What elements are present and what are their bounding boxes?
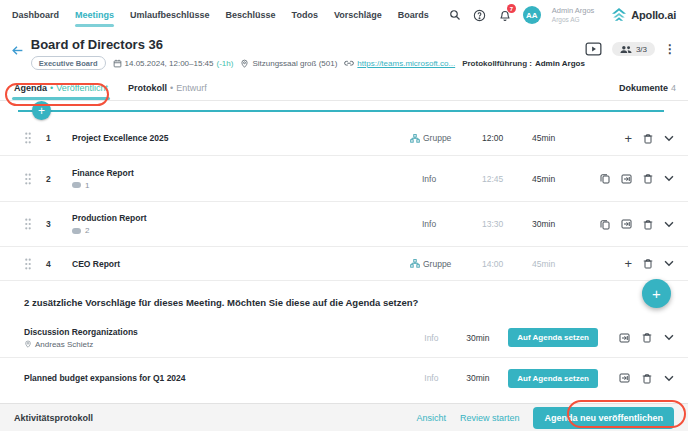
copy-icon[interactable] [600, 219, 610, 230]
help-icon[interactable] [473, 8, 487, 22]
item-duration: 45min [532, 133, 582, 143]
nav-boards[interactable]: Boards [398, 0, 429, 30]
proposal-title[interactable]: Planned budget expansions for Q1 2024 [24, 373, 424, 383]
search-icon[interactable] [448, 8, 462, 22]
proposals-heading: 2 zusätzliche Vorschläge für dieses Meet… [0, 281, 688, 318]
chevron-down-icon[interactable] [664, 175, 674, 182]
drag-handle-icon[interactable] [24, 132, 32, 144]
start-review-link[interactable]: Review starten [460, 413, 520, 423]
brand: Apollo.ai [611, 8, 676, 22]
move-to-icon[interactable] [621, 174, 632, 184]
tab-agenda[interactable]: Agenda • Veröffentlicht [12, 83, 110, 100]
brand-name: Apollo.ai [631, 9, 676, 21]
apollo-logo-icon [611, 8, 627, 22]
agenda-row-4: 4 CEO Report Gruppe 14:00 45min + [0, 247, 688, 281]
agenda-row-3: 3 Production Report 2 Info 13:30 30min [0, 202, 688, 247]
delete-icon[interactable] [643, 133, 653, 144]
item-time: 12:45 [482, 174, 532, 184]
move-to-icon[interactable] [621, 219, 632, 229]
user-name: Admin Argos [552, 7, 595, 16]
attendees-pill[interactable]: 3/3 [612, 42, 655, 56]
documents-count: 4 [671, 83, 676, 93]
nav-umlaufbeschluesse[interactable]: Umlaufbeschlüsse [130, 0, 210, 30]
link-icon [344, 59, 354, 67]
status-dot: • [50, 83, 53, 93]
present-video-icon[interactable] [585, 41, 603, 57]
chevron-down-icon[interactable] [664, 260, 674, 267]
user-info[interactable]: Admin Argos Argos AG [552, 7, 595, 23]
move-to-icon[interactable] [619, 333, 630, 343]
add-agenda-item-fab[interactable]: + [642, 279, 671, 308]
item-title[interactable]: CEO Report [72, 259, 410, 269]
add-subitem-icon[interactable]: + [624, 132, 632, 145]
item-type: Info [410, 219, 482, 229]
item-duration: 45min [532, 259, 582, 269]
proposal-title[interactable]: Discussion Reorganizations [24, 327, 424, 337]
item-time: 12:00 [482, 133, 532, 143]
meeting-link[interactable]: https://teams.microsoft.co... [344, 59, 455, 68]
protokoll-status: Entwurf [176, 83, 207, 93]
delete-icon[interactable] [642, 373, 652, 384]
copy-icon[interactable] [600, 173, 610, 184]
avatar[interactable]: AA [523, 6, 541, 24]
item-type: Gruppe [410, 259, 482, 269]
item-title[interactable]: Project Excellence 2025 [72, 133, 410, 143]
add-to-agenda-button[interactable]: Auf Agenda setzen [508, 328, 598, 347]
drag-handle-icon[interactable] [24, 218, 32, 230]
meeting-location: Sitzungssaal groß (501) [240, 59, 337, 68]
people-icon [620, 45, 632, 54]
attachment-icon [72, 228, 81, 234]
delete-icon[interactable] [643, 219, 653, 230]
nav-todos[interactable]: Todos [292, 0, 318, 30]
top-navbar: Dashboard Meetings Umlaufbeschlüsse Besc… [0, 0, 688, 30]
page-title: Board of Directors 36 [31, 37, 585, 52]
bottom-action-bar: Aktivitätsprotokoll Ansicht Review start… [0, 403, 688, 431]
location-pin-icon [240, 59, 249, 68]
add-subitem-icon[interactable]: + [624, 257, 632, 270]
proposal-row-1: Discussion Reorganizations Andreas Schie… [0, 318, 688, 358]
chevron-down-icon[interactable] [664, 334, 674, 341]
republish-agenda-button[interactable]: Agenda neu veröffentlichen [533, 407, 674, 429]
view-link[interactable]: Ansicht [416, 413, 446, 423]
proposal-row-2: Planned budget expansions for Q1 2024 In… [0, 358, 688, 396]
drag-handle-icon[interactable] [24, 173, 32, 185]
nav-vorschlaege[interactable]: Vorschläge [334, 0, 382, 30]
move-to-icon[interactable] [619, 373, 630, 383]
meeting-app: Dashboard Meetings Umlaufbeschlüsse Besc… [0, 0, 688, 431]
notifications-bell-icon[interactable]: 7 [498, 8, 512, 22]
tab-dokumente[interactable]: Dokumente 4 [619, 83, 676, 100]
delete-icon[interactable] [642, 332, 652, 343]
item-title[interactable]: Production Report [72, 213, 410, 223]
meeting-datetime: 14.05.2024, 12:00–15:45 (-1h) [113, 59, 234, 68]
proposal-author: Andreas Schietz [24, 340, 424, 349]
back-arrow-icon[interactable] [10, 41, 25, 59]
activity-log-link[interactable]: Aktivitätsprotokoll [14, 413, 93, 423]
item-time: 13:30 [482, 219, 532, 229]
protokoll-info: Protokollführung : Admin Argos [462, 59, 585, 68]
drag-handle-icon[interactable] [24, 258, 32, 270]
kebab-menu-icon[interactable]: ⋮ [664, 43, 676, 55]
delete-icon[interactable] [643, 173, 653, 184]
nav-dashboard[interactable]: Dashboard [12, 0, 59, 30]
attachment-count[interactable]: 2 [72, 226, 410, 235]
calendar-icon [113, 59, 122, 68]
delete-icon[interactable] [643, 258, 653, 269]
attachment-count[interactable]: 1 [72, 181, 410, 190]
chevron-down-icon[interactable] [664, 221, 674, 228]
proposal-type: Info [424, 333, 466, 343]
agenda-list: + 1 Project Excellence 2025 Gruppe 12:00… [0, 101, 688, 396]
insert-item-button[interactable]: + [32, 101, 51, 120]
user-org: Argos AG [552, 16, 595, 23]
timezone-offset: (-1h) [217, 59, 234, 68]
chevron-down-icon[interactable] [664, 375, 674, 382]
main-nav: Dashboard Meetings Umlaufbeschlüsse Besc… [12, 0, 429, 30]
chevron-down-icon[interactable] [664, 135, 674, 142]
tab-protokoll[interactable]: Protokoll • Entwurf [126, 83, 209, 100]
nav-beschluesse[interactable]: Beschlüsse [226, 0, 276, 30]
item-duration: 45min [532, 174, 582, 184]
item-title[interactable]: Finance Report [72, 168, 410, 178]
board-badge: Executive Board [31, 56, 106, 70]
add-to-agenda-button[interactable]: Auf Agenda setzen [508, 369, 598, 388]
nav-meetings[interactable]: Meetings [75, 0, 114, 30]
item-number: 2 [46, 174, 72, 184]
